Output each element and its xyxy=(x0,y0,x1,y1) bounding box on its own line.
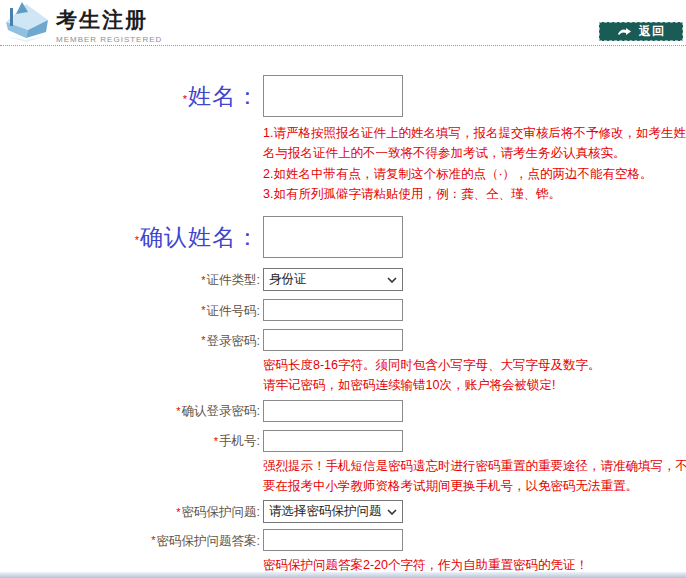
back-arrow-icon xyxy=(617,23,632,41)
required-asterisk: * xyxy=(183,93,187,105)
phone-input[interactable] xyxy=(263,430,403,452)
chevron-down-icon xyxy=(387,506,397,517)
page-title-block: 考生注册 MEMBER REGISTERED xyxy=(56,6,162,44)
required-asterisk: * xyxy=(176,405,180,417)
confirm-password-label: 确认登录密码: xyxy=(182,404,260,418)
confirm-name-row: *确认姓名： xyxy=(0,216,686,258)
bottom-divider xyxy=(0,572,686,578)
required-asterisk: * xyxy=(201,334,205,346)
name-help-line3: 3.如有所列孤僻字请粘贴使用，例：龚、仝、瑾、铧。 xyxy=(263,184,686,204)
confirm-password-input[interactable] xyxy=(263,400,403,422)
password-input[interactable] xyxy=(263,329,403,351)
registration-page: 考生注册 MEMBER REGISTERED 返回 *姓名： 1.请严格按照报名… xyxy=(0,0,686,578)
required-asterisk: * xyxy=(151,534,155,546)
page-subtitle: MEMBER REGISTERED xyxy=(56,35,162,44)
page-header: 考生注册 MEMBER REGISTERED 返回 xyxy=(0,0,686,46)
required-asterisk: * xyxy=(135,234,139,246)
confirm-password-row: *确认登录密码: xyxy=(0,400,686,422)
id-number-row: *证件号码: xyxy=(0,299,686,321)
back-button[interactable]: 返回 xyxy=(599,22,683,41)
registration-form: *姓名： 1.请严格按照报名证件上的姓名填写，报名提交审核后将不予修改，如考生姓… xyxy=(0,46,686,578)
security-answer-row: *密码保护问题答案: xyxy=(0,529,686,551)
required-asterisk: * xyxy=(201,274,205,286)
security-answer-label: 密码保护问题答案: xyxy=(157,534,260,548)
security-question-select[interactable]: 请选择密码保护问题 xyxy=(263,500,403,523)
required-asterisk: * xyxy=(214,435,218,447)
phone-row: *手机号: xyxy=(0,430,686,452)
required-asterisk: * xyxy=(176,506,180,518)
password-help: 密码长度8-16字符。须同时包含小写字母、大写字母及数字。 请牢记密码，如密码连… xyxy=(263,355,686,396)
password-help-line2: 请牢记密码，如密码连续输错10次，账户将会被锁定! xyxy=(263,375,686,395)
required-asterisk: * xyxy=(201,304,205,316)
id-type-select[interactable]: 身份证 xyxy=(263,268,403,291)
id-type-label: 证件类型: xyxy=(207,273,260,287)
phone-label: 手机号: xyxy=(219,434,260,448)
security-question-selected-value: 请选择密码保护问题 xyxy=(269,503,382,520)
name-help-line1: 1.请严格按照报名证件上的姓名填写，报名提交审核后将不予修改，如考生姓名与报名证… xyxy=(263,123,686,164)
back-button-label: 返回 xyxy=(639,23,665,40)
password-help-line1: 密码长度8-16字符。须同时包含小写字母、大写字母及数字。 xyxy=(263,355,686,375)
security-question-row: *密码保护问题: 请选择密码保护问题 xyxy=(0,500,686,523)
id-number-input[interactable] xyxy=(263,299,403,321)
password-label: 登录密码: xyxy=(207,334,260,348)
id-number-label: 证件号码: xyxy=(207,304,260,318)
name-row: *姓名： xyxy=(0,75,686,117)
register-icon xyxy=(2,0,52,48)
security-question-label: 密码保护问题: xyxy=(182,505,260,519)
confirm-name-input[interactable] xyxy=(263,216,403,258)
id-type-row: *证件类型: 身份证 xyxy=(0,268,686,291)
phone-help: 强烈提示！手机短信是密码遗忘时进行密码重置的重要途径，请准确填写，不要在报考中小… xyxy=(263,456,686,497)
name-label: 姓名： xyxy=(188,83,260,109)
name-help: 1.请严格按照报名证件上的姓名填写，报名提交审核后将不予修改，如考生姓名与报名证… xyxy=(263,123,686,204)
confirm-name-label: 确认姓名： xyxy=(140,224,260,250)
chevron-down-icon xyxy=(387,274,397,285)
security-answer-input[interactable] xyxy=(263,529,403,551)
name-help-line2: 2.如姓名中带有点，请复制这个标准的点（·），点的两边不能有空格。 xyxy=(263,164,686,184)
name-input[interactable] xyxy=(263,75,403,117)
id-type-selected-value: 身份证 xyxy=(269,271,307,288)
page-title: 考生注册 xyxy=(56,6,162,34)
password-row: *登录密码: xyxy=(0,329,686,351)
